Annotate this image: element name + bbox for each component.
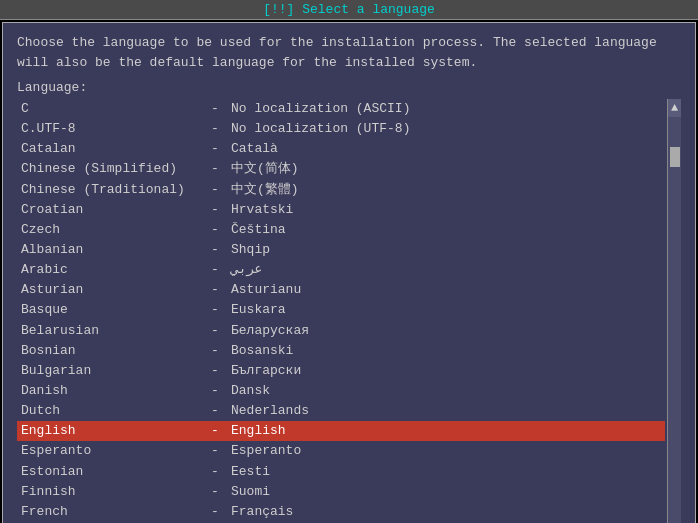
language-code: Belarusian [21, 321, 211, 341]
list-item[interactable]: Belarusian- Беларуская [17, 321, 665, 341]
list-item[interactable]: Albanian- Shqip [17, 240, 665, 260]
lang-dash: - [211, 119, 231, 139]
list-item[interactable]: English- English [17, 421, 665, 441]
language-name: Asturianu [231, 280, 301, 300]
language-name: Esperanto [231, 441, 301, 461]
title-text: [!!] Select a language [263, 2, 435, 17]
lang-dash: - [211, 139, 231, 159]
description-text: Choose the language to be used for the i… [17, 33, 681, 72]
lang-dash: - [211, 361, 231, 381]
language-code: Arabic [21, 260, 211, 280]
lang-dash: - [211, 300, 231, 320]
lang-dash: - [211, 99, 231, 119]
language-code: C [21, 99, 211, 119]
scroll-thumb[interactable] [670, 147, 680, 167]
language-name: No localization (ASCII) [231, 99, 410, 119]
language-code: French [21, 502, 211, 522]
language-code: Albanian [21, 240, 211, 260]
language-code: English [21, 421, 211, 441]
list-item[interactable]: Dutch- Nederlands [17, 401, 665, 421]
content-area: Choose the language to be used for the i… [3, 23, 695, 523]
language-name: Nederlands [231, 401, 309, 421]
language-name: 中文(简体) [231, 159, 299, 179]
lang-dash: - [211, 341, 231, 361]
lang-dash: - [211, 502, 231, 522]
language-name: Dansk [231, 381, 270, 401]
title-bar: [!!] Select a language [0, 0, 698, 20]
list-item[interactable]: Finnish- Suomi [17, 482, 665, 502]
list-item[interactable]: Croatian- Hrvatski [17, 200, 665, 220]
language-name: Български [231, 361, 301, 381]
list-item[interactable]: Danish- Dansk [17, 381, 665, 401]
lang-dash: - [211, 240, 231, 260]
language-code: Catalan [21, 139, 211, 159]
lang-dash: - [211, 220, 231, 240]
lang-dash: - [211, 482, 231, 502]
list-item[interactable]: Bosnian- Bosanski [17, 341, 665, 361]
language-name: No localization (UTF-8) [231, 119, 410, 139]
language-name: Eesti [231, 462, 270, 482]
language-name: Suomi [231, 482, 270, 502]
language-code: Bosnian [21, 341, 211, 361]
language-name: Català [231, 139, 278, 159]
list-container: C- No localization (ASCII)C.UTF-8- No lo… [17, 99, 681, 523]
language-name: Bosanski [231, 341, 293, 361]
list-item[interactable]: Chinese (Simplified)- 中文(简体) [17, 159, 665, 179]
language-code: Danish [21, 381, 211, 401]
list-item[interactable]: Estonian- Eesti [17, 462, 665, 482]
list-item[interactable]: Basque- Euskara [17, 300, 665, 320]
language-code: Dutch [21, 401, 211, 421]
language-code: Finnish [21, 482, 211, 502]
list-item[interactable]: C- No localization (ASCII) [17, 99, 665, 119]
language-name: عربي [231, 260, 262, 280]
lang-dash: - [211, 280, 231, 300]
list-item[interactable]: Bulgarian- Български [17, 361, 665, 381]
lang-dash: - [211, 200, 231, 220]
language-code: Esperanto [21, 441, 211, 461]
list-item[interactable]: Esperanto- Esperanto [17, 441, 665, 461]
scroll-track [668, 117, 681, 523]
list-item[interactable]: Asturian- Asturianu [17, 280, 665, 300]
language-name: English [231, 421, 286, 441]
language-label: Language: [17, 80, 681, 95]
list-item[interactable]: Catalan- Català [17, 139, 665, 159]
lang-dash: - [211, 180, 231, 200]
language-code: Basque [21, 300, 211, 320]
language-name: Беларуская [231, 321, 309, 341]
list-item[interactable]: Chinese (Traditional)- 中文(繁體) [17, 180, 665, 200]
scroll-up-button[interactable]: ▲ [669, 99, 680, 117]
lang-dash: - [211, 159, 231, 179]
language-name: 中文(繁體) [231, 180, 299, 200]
lang-dash: - [211, 321, 231, 341]
list-item[interactable]: C.UTF-8- No localization (UTF-8) [17, 119, 665, 139]
language-code: Croatian [21, 200, 211, 220]
lang-dash: - [211, 462, 231, 482]
list-item[interactable]: Czech- Čeština [17, 220, 665, 240]
main-window: Choose the language to be used for the i… [2, 22, 696, 523]
lang-dash: - [211, 381, 231, 401]
language-name: Čeština [231, 220, 286, 240]
language-name: Hrvatski [231, 200, 293, 220]
lang-dash: - [211, 441, 231, 461]
language-code: C.UTF-8 [21, 119, 211, 139]
language-code: Chinese (Simplified) [21, 159, 211, 179]
language-name: Français [231, 502, 293, 522]
language-code: Estonian [21, 462, 211, 482]
language-name: Shqip [231, 240, 270, 260]
language-code: Czech [21, 220, 211, 240]
lang-dash: - [211, 401, 231, 421]
language-list[interactable]: C- No localization (ASCII)C.UTF-8- No lo… [17, 99, 667, 523]
language-code: Bulgarian [21, 361, 211, 381]
list-item[interactable]: French- Français [17, 502, 665, 522]
language-name: Euskara [231, 300, 286, 320]
lang-dash: - [211, 421, 231, 441]
list-item[interactable]: Arabic- عربي [17, 260, 665, 280]
language-code: Asturian [21, 280, 211, 300]
scrollbar[interactable]: ▲ ▼ [667, 99, 681, 523]
language-code: Chinese (Traditional) [21, 180, 211, 200]
lang-dash: - [211, 260, 231, 280]
